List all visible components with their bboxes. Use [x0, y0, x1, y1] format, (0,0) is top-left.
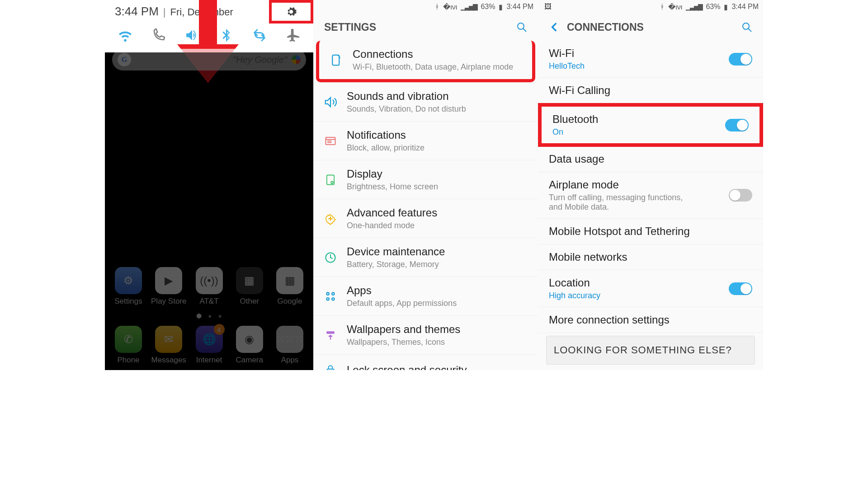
bluetooth-status-icon: ᚼ: [660, 3, 665, 11]
app-label: Other: [231, 297, 268, 306]
page-title: SETTINGS: [324, 21, 376, 33]
app-other[interactable]: ▦Other: [231, 267, 268, 306]
google-search-pill[interactable]: G "Hey Google": [112, 49, 306, 70]
google-logo-icon: G: [118, 53, 131, 66]
settings-item-lock-screen-and-security[interactable]: Lock screen and security: [313, 354, 538, 370]
settings-item-advanced-features[interactable]: Advanced featuresOne-handed mode: [313, 199, 538, 238]
conn-item-mobile-networks[interactable]: Mobile networks: [538, 244, 763, 270]
svg-point-17: [743, 23, 749, 29]
app-label: Play Store: [151, 297, 187, 306]
app-settings[interactable]: ⚙Settings: [110, 267, 146, 306]
app-phone[interactable]: ✆Phone: [110, 326, 146, 365]
item-subtitle: High accuracy: [549, 291, 600, 300]
conn-icon: [328, 52, 344, 68]
signal-icon: ▁▃▅▇: [461, 3, 477, 10]
svg-point-13: [332, 292, 334, 295]
item-title: Wi-Fi Calling: [549, 84, 610, 97]
wall-icon: [322, 327, 339, 343]
settings-item-connections[interactable]: ConnectionsWi-Fi, Bluetooth, Data usage,…: [316, 41, 535, 82]
item-subtitle: Brightness, Home screen: [347, 182, 438, 192]
wifi-icon[interactable]: [118, 28, 133, 43]
sync-icon[interactable]: [252, 28, 267, 43]
settings-gear-highlight[interactable]: [269, 0, 313, 23]
svg-point-15: [332, 298, 334, 300]
quick-settings-over-home: 3:44 PM | Fri, December G: [105, 0, 313, 370]
app-label: Google: [272, 297, 308, 306]
app-apps[interactable]: ⁙⁙⁙Apps: [272, 326, 308, 365]
battery-icon: ▮: [724, 3, 728, 11]
app-tile: ✆: [115, 326, 142, 353]
svg-rect-16: [327, 369, 334, 370]
looking-for-card[interactable]: LOOKING FOR SOMETHING ELSE?: [546, 336, 755, 365]
app-internet[interactable]: 🌐4Internet: [191, 326, 227, 365]
app-google[interactable]: ▦Google: [272, 267, 308, 306]
status-bar: 🖼 ᚼ �ινι ▁▃▅▇ 63% ▮ 3:44 PM: [538, 0, 763, 14]
item-title: Mobile Hotspot and Tethering: [549, 225, 690, 238]
toggle[interactable]: [729, 189, 752, 202]
svg-point-8: [331, 181, 333, 183]
settings-item-display[interactable]: DisplayBrightness, Home screen: [313, 160, 538, 199]
app-tile: ▦: [236, 267, 263, 294]
call-icon[interactable]: [151, 28, 166, 43]
search-icon[interactable]: [741, 22, 752, 33]
status-time: 3:44 PM: [731, 3, 759, 11]
conn-item-wi-fi[interactable]: Wi-FiHelloTech: [538, 41, 763, 78]
item-subtitle: One-handed mode: [347, 221, 437, 230]
app-tile: ((•)): [196, 267, 223, 294]
app-tile: ▦: [276, 267, 303, 294]
settings-item-device-maintenance[interactable]: Device maintenanceBattery, Storage, Memo…: [313, 238, 538, 277]
qs-time: 3:44 PM: [115, 5, 159, 19]
toggle[interactable]: [725, 119, 749, 131]
app-label: Phone: [110, 356, 146, 365]
app-tile: ◉: [236, 326, 263, 353]
app-play-store[interactable]: ▶Play Store: [151, 267, 187, 306]
conn-item-mobile-hotspot-and-tethering[interactable]: Mobile Hotspot and Tethering: [538, 219, 763, 244]
svg-point-0: [518, 23, 524, 29]
conn-item-wi-fi-calling[interactable]: Wi-Fi Calling: [538, 78, 763, 103]
wifi-status-icon: �ινι: [668, 3, 682, 11]
page-indicator[interactable]: ⬢ ●●: [110, 312, 308, 319]
app-messages[interactable]: ✉Messages: [151, 326, 187, 365]
notif-icon: [322, 133, 339, 149]
settings-item-wallpapers-and-themes[interactable]: Wallpapers and themesWallpapers, Themes,…: [313, 315, 538, 354]
battery-pct: 63%: [706, 3, 720, 11]
app-tile: ⚙: [115, 267, 142, 294]
app-camera[interactable]: ◉Camera: [231, 326, 268, 365]
app-tile: ⁙⁙⁙: [276, 326, 303, 353]
settings-list: ConnectionsWi-Fi, Bluetooth, Data usage,…: [313, 41, 538, 370]
adv-icon: [322, 211, 339, 227]
item-title: Lock screen and security: [347, 364, 467, 370]
item-title: Data usage: [549, 153, 604, 165]
conn-item-airplane-mode[interactable]: Airplane modeTurn off calling, messaging…: [538, 172, 763, 219]
item-subtitle: Block, allow, prioritize: [347, 143, 425, 153]
conn-item-more-connection-settings[interactable]: More connection settings: [538, 307, 763, 333]
status-bar: ᚼ �ινι ▁▃▅▇ 63% ▮ 3:44 PM: [313, 0, 538, 14]
item-subtitle: Wallpapers, Themes, Icons: [347, 338, 460, 347]
conn-item-location[interactable]: LocationHigh accuracy: [538, 270, 763, 307]
settings-item-sounds-and-vibration[interactable]: Sounds and vibrationSounds, Vibration, D…: [313, 82, 538, 121]
item-title: Connections: [353, 48, 513, 61]
item-subtitle: Wi-Fi, Bluetooth, Data usage, Airplane m…: [353, 62, 513, 72]
conn-item-data-usage[interactable]: Data usage: [538, 146, 763, 172]
toggle[interactable]: [729, 282, 752, 295]
gear-icon: [285, 6, 297, 18]
settings-item-apps[interactable]: AppsDefault apps, App permissions: [313, 277, 538, 315]
item-subtitle: Turn off calling, messaging functions, a…: [549, 193, 698, 212]
svg-line-18: [748, 28, 751, 32]
app-label: AT&T: [191, 297, 227, 306]
back-icon[interactable]: [549, 21, 561, 33]
item-title: Advanced features: [347, 206, 437, 219]
airplane-icon[interactable]: [285, 28, 301, 43]
conn-item-bluetooth[interactable]: BluetoothOn: [538, 103, 763, 147]
app-at&t[interactable]: ((•))AT&T: [191, 267, 227, 306]
home-indicator-icon: ⬢: [196, 312, 202, 319]
home-screen-apps: ⚙Settings▶Play Store((•))AT&T▦Other▦Goog…: [105, 263, 313, 370]
search-icon[interactable]: [516, 22, 527, 33]
settings-item-notifications[interactable]: NotificationsBlock, allow, prioritize: [313, 121, 538, 160]
battery-pct: 63%: [481, 3, 495, 11]
item-subtitle: On: [552, 127, 598, 137]
toggle[interactable]: [729, 53, 752, 66]
connections-header: CONNECTIONS: [538, 14, 763, 41]
mic-icon[interactable]: [292, 55, 301, 64]
app-tile: ▶: [155, 267, 182, 294]
